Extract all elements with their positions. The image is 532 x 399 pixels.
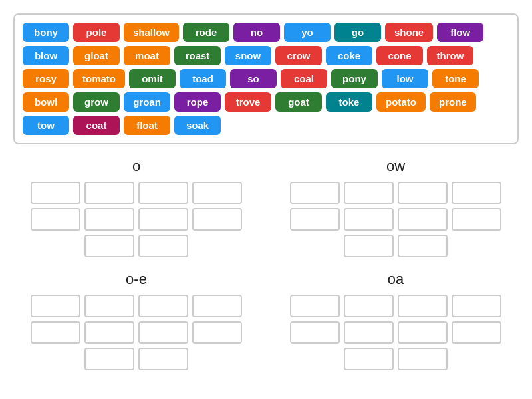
word-tile-omit[interactable]: omit (129, 69, 176, 88)
drop-box[interactable] (398, 295, 448, 317)
drop-box[interactable] (192, 321, 242, 344)
word-tile-grow[interactable]: grow (73, 92, 120, 112)
word-tile-pole[interactable]: pole (73, 23, 120, 42)
drop-row (20, 295, 253, 317)
word-tile-throw[interactable]: throw (427, 46, 473, 65)
word-tile-groan[interactable]: groan (124, 92, 170, 112)
word-tile-go[interactable]: go (334, 23, 381, 42)
word-tile-tomato[interactable]: tomato (73, 69, 125, 88)
drop-box[interactable] (84, 295, 134, 317)
drop-row (20, 348, 253, 370)
word-tile-prone[interactable]: prone (430, 92, 476, 112)
drop-box[interactable] (84, 182, 134, 204)
word-tile-toad[interactable]: toad (180, 69, 226, 88)
word-tile-rode[interactable]: rode (183, 23, 229, 42)
category-title-ow: ow (386, 158, 405, 175)
drop-box[interactable] (344, 208, 394, 231)
word-tile-so[interactable]: so (230, 69, 277, 88)
word-tile-tow[interactable]: tow (23, 116, 69, 135)
word-tile-coke[interactable]: coke (326, 46, 372, 65)
drop-box[interactable] (398, 208, 448, 231)
drop-box[interactable] (192, 295, 242, 317)
drop-box[interactable] (31, 295, 80, 317)
word-tile-no[interactable]: no (233, 23, 280, 42)
drop-grid-o-e (20, 295, 253, 370)
word-tile-snow[interactable]: snow (225, 46, 271, 65)
drop-box[interactable] (31, 182, 80, 204)
word-tile-coat[interactable]: coat (73, 116, 120, 135)
drop-box[interactable] (452, 295, 501, 317)
word-tile-soak[interactable]: soak (174, 116, 221, 135)
drop-row (279, 321, 512, 344)
drop-box[interactable] (138, 295, 188, 317)
word-tile-rosy[interactable]: rosy (23, 69, 69, 88)
drop-box[interactable] (290, 182, 340, 204)
drop-box[interactable] (398, 321, 448, 344)
word-tile-float[interactable]: float (124, 116, 170, 135)
drop-box[interactable] (452, 321, 501, 344)
word-tile-goat[interactable]: goat (275, 92, 322, 112)
drop-grid-oa (279, 295, 512, 370)
drop-row (279, 295, 512, 317)
drop-box[interactable] (138, 182, 188, 204)
drop-grid-ow (279, 182, 512, 257)
category-o-e: o-e (20, 271, 253, 370)
word-tile-bowl[interactable]: bowl (23, 92, 69, 112)
drop-box[interactable] (192, 208, 242, 231)
drop-row (279, 235, 512, 257)
word-tile-cone[interactable]: cone (376, 46, 423, 65)
word-tile-roast[interactable]: roast (174, 46, 221, 65)
word-tile-gloat[interactable]: gloat (73, 46, 120, 65)
drop-row (20, 235, 253, 257)
drop-box[interactable] (344, 295, 394, 317)
drop-box[interactable] (290, 321, 340, 344)
word-tile-trove[interactable]: trove (225, 92, 271, 112)
drop-box[interactable] (398, 182, 448, 204)
drop-box[interactable] (31, 321, 80, 344)
drop-grid-o (20, 182, 253, 257)
categories-container: oowo-eoa (13, 158, 519, 370)
word-tile-moat[interactable]: moat (124, 46, 170, 65)
drop-box[interactable] (138, 235, 188, 257)
word-tile-coal[interactable]: coal (281, 69, 327, 88)
drop-box[interactable] (138, 208, 188, 231)
drop-box[interactable] (344, 235, 394, 257)
word-tile-pony[interactable]: pony (331, 69, 378, 88)
category-ow: ow (279, 158, 512, 257)
drop-box[interactable] (290, 208, 340, 231)
drop-box[interactable] (344, 321, 394, 344)
drop-box[interactable] (192, 182, 242, 204)
word-tile-flow[interactable]: flow (437, 23, 483, 42)
drop-box[interactable] (84, 235, 134, 257)
drop-box[interactable] (398, 235, 448, 257)
word-tile-crow[interactable]: crow (275, 46, 322, 65)
word-tile-low[interactable]: low (382, 69, 428, 88)
category-title-o: o (132, 158, 140, 175)
drop-box[interactable] (452, 208, 501, 231)
category-title-oa: oa (388, 271, 404, 288)
drop-box[interactable] (84, 321, 134, 344)
drop-box[interactable] (31, 208, 80, 231)
word-tile-bony[interactable]: bony (23, 23, 69, 42)
word-tile-rope[interactable]: rope (174, 92, 221, 112)
drop-row (279, 208, 512, 231)
drop-box[interactable] (84, 348, 134, 370)
word-tile-shallow[interactable]: shallow (124, 23, 179, 42)
drop-box[interactable] (138, 348, 188, 370)
drop-box[interactable] (290, 295, 340, 317)
drop-box[interactable] (398, 348, 448, 370)
word-tile-toke[interactable]: toke (326, 92, 372, 112)
drop-box[interactable] (84, 208, 134, 231)
word-tile-blow[interactable]: blow (23, 46, 69, 65)
drop-row (20, 182, 253, 204)
word-tile-tone[interactable]: tone (432, 69, 479, 88)
word-tile-yo[interactable]: yo (284, 23, 331, 42)
drop-box[interactable] (452, 182, 501, 204)
drop-box[interactable] (344, 182, 394, 204)
drop-box[interactable] (138, 321, 188, 344)
word-tile-shone[interactable]: shone (385, 23, 433, 42)
drop-row (279, 348, 512, 370)
word-tile-potato[interactable]: potato (376, 92, 426, 112)
drop-row (279, 182, 512, 204)
drop-box[interactable] (344, 348, 394, 370)
